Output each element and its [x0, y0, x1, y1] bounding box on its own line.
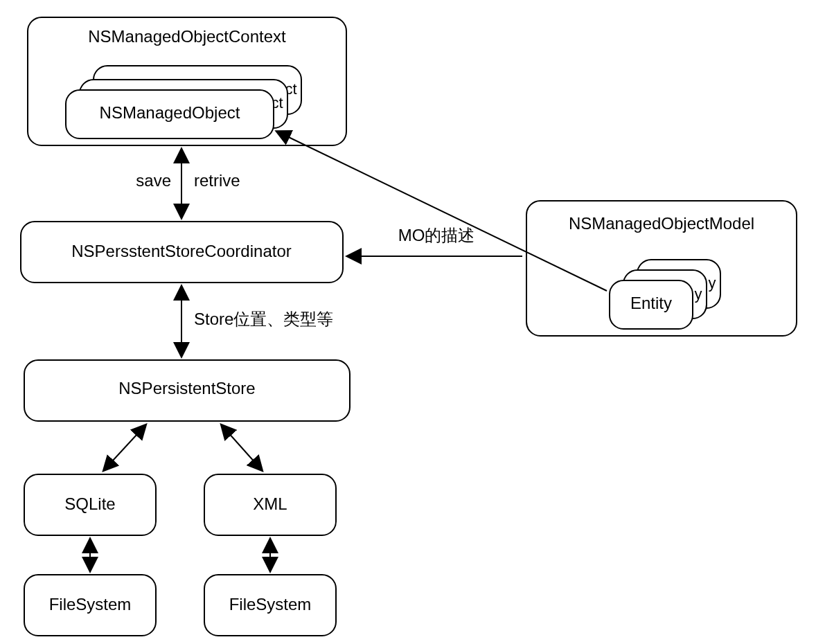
- xml-label: XML: [253, 494, 287, 513]
- store-xml-edge: [222, 425, 262, 470]
- coordinator-label: NSPersstentStoreCoordinator: [71, 242, 291, 260]
- entity-label: Entity: [630, 294, 672, 312]
- entity-suffix-1: y: [695, 285, 702, 303]
- store-info-label: Store位置、类型等: [194, 310, 333, 328]
- save-label: save: [136, 171, 171, 190]
- persistent-store-label: NSPersistentStore: [118, 379, 255, 397]
- retrive-label: retrive: [194, 171, 240, 190]
- store-sqlite-edge: [104, 425, 145, 470]
- model-label: NSManagedObjectModel: [569, 214, 754, 233]
- filesystem2-label: FileSystem: [229, 595, 312, 614]
- context-label: NSManagedObjectContext: [88, 27, 286, 46]
- modesc-label: MO的描述: [398, 226, 475, 244]
- entity-suffix-2: y: [709, 274, 716, 292]
- core-data-diagram: NSManagedObjectContext ct ct NSManagedOb…: [0, 0, 816, 644]
- managed-object-label: NSManagedObject: [100, 103, 240, 122]
- filesystem1-label: FileSystem: [49, 595, 132, 614]
- sqlite-label: SQLite: [64, 494, 115, 513]
